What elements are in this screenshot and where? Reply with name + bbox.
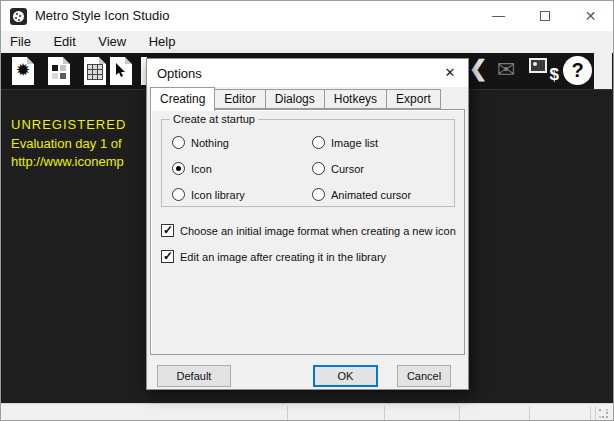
email-icon[interactable]: ✉ bbox=[497, 57, 515, 83]
dollar-icon: $ bbox=[550, 65, 559, 85]
new-icon-button[interactable]: ✹ bbox=[9, 57, 37, 86]
create-at-startup-group: Create at startup Nothing Icon Icon libr… bbox=[161, 119, 455, 207]
new-icon-library-button[interactable] bbox=[45, 57, 73, 86]
options-tabs: Creating Editor Dialogs Hotkeys Export I… bbox=[150, 87, 468, 109]
statusbar bbox=[1, 403, 613, 421]
window-title: Metro Style Icon Studio bbox=[35, 8, 169, 23]
help-button[interactable]: ? bbox=[563, 56, 592, 85]
partially-hidden-icon[interactable]: ❮ bbox=[469, 56, 487, 82]
arrow-glyph bbox=[115, 63, 127, 79]
unregistered-text: UNREGISTERED bbox=[11, 117, 126, 132]
dialog-title: Options bbox=[157, 66, 202, 81]
cursor-icon bbox=[110, 57, 132, 85]
tab-hotkeys[interactable]: Hotkeys bbox=[325, 89, 387, 109]
creating-tab-page: Create at startup Nothing Icon Icon libr… bbox=[150, 109, 465, 355]
image-list-icon bbox=[84, 57, 106, 85]
radio-icon[interactable] bbox=[172, 188, 185, 201]
tab-dialogs[interactable]: Dialogs bbox=[266, 89, 325, 109]
app-logo-icon bbox=[10, 8, 27, 25]
titlebar: Metro Style Icon Studio — ✕ bbox=[1, 1, 613, 31]
radio-icon[interactable] bbox=[312, 136, 325, 149]
url-text: http://www.iconemp bbox=[11, 154, 124, 169]
cancel-button[interactable]: Cancel bbox=[397, 365, 451, 387]
photo-icon bbox=[529, 58, 547, 73]
maximize-button[interactable] bbox=[522, 1, 567, 31]
toolbar-end-strip bbox=[594, 53, 612, 89]
menubar: File Edit View Help bbox=[1, 31, 613, 53]
default-button[interactable]: Default bbox=[157, 365, 231, 387]
groupbox-label: Create at startup bbox=[170, 113, 258, 125]
purchase-button[interactable]: $ bbox=[529, 57, 559, 85]
radio-icon[interactable] bbox=[312, 188, 325, 201]
dialog-close-icon[interactable]: ✕ bbox=[441, 64, 459, 82]
tab-creating[interactable]: Creating bbox=[150, 87, 215, 111]
options-dialog: Options ✕ Creating Editor Dialogs Hotkey… bbox=[146, 58, 469, 390]
menu-help[interactable]: Help bbox=[140, 31, 185, 52]
icon-library-icon bbox=[48, 57, 70, 85]
checkbox-icon[interactable] bbox=[161, 250, 174, 263]
radio-icon[interactable] bbox=[172, 162, 185, 175]
checkbox-icon[interactable] bbox=[161, 224, 174, 237]
tab-editor[interactable]: Editor bbox=[215, 89, 265, 109]
menu-view[interactable]: View bbox=[89, 31, 135, 52]
ok-button[interactable]: OK bbox=[313, 365, 378, 387]
minimize-button[interactable]: — bbox=[476, 1, 521, 31]
new-cursor-button[interactable] bbox=[107, 57, 135, 86]
dialog-titlebar: Options ✕ bbox=[147, 59, 468, 87]
close-button[interactable]: ✕ bbox=[568, 1, 613, 31]
tab-export[interactable]: Export bbox=[387, 89, 441, 109]
menu-file[interactable]: File bbox=[1, 31, 40, 52]
resize-grip[interactable] bbox=[599, 409, 609, 419]
evaluation-text: Evaluation day 1 of bbox=[11, 136, 122, 151]
app-window: Metro Style Icon Studio — ✕ File Edit Vi… bbox=[0, 0, 614, 421]
maximize-icon bbox=[540, 11, 550, 21]
menu-edit[interactable]: Edit bbox=[44, 31, 84, 52]
new-image-list-button[interactable] bbox=[81, 57, 109, 86]
question-mark-icon: ? bbox=[571, 59, 583, 81]
radio-icon[interactable] bbox=[172, 136, 185, 149]
new-icon-icon: ✹ bbox=[12, 57, 34, 85]
radio-icon[interactable] bbox=[312, 162, 325, 175]
